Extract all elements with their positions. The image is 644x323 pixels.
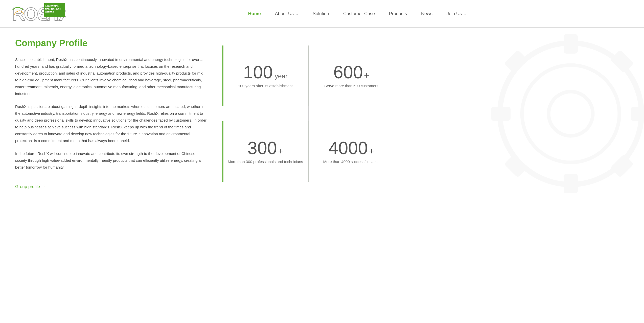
- svg-text:INDUSTRIAL: INDUSTRIAL: [45, 5, 59, 7]
- stats-section: 100 year 100 years after its establishme…: [222, 38, 394, 189]
- stat-customers-label: Serve more than 600 customers: [324, 84, 378, 88]
- nav-item-home[interactable]: Home: [241, 11, 268, 16]
- svg-point-7: [500, 43, 641, 184]
- nav-item-about[interactable]: About Us ⌄: [268, 11, 306, 16]
- section-title: Company Profile: [15, 38, 207, 49]
- svg-text:TECHNOLOGY: TECHNOLOGY: [45, 8, 61, 10]
- paragraph-1: Since its establishment, RoshX has conti…: [15, 56, 207, 97]
- svg-rect-10: [564, 34, 578, 54]
- chevron-down-icon: ⌄: [296, 12, 298, 16]
- stat-professionals: 300 + More than 300 professionals and te…: [222, 114, 308, 190]
- stat-customers-number: 600 +: [333, 63, 369, 81]
- svg-rect-13: [631, 107, 644, 121]
- nav-item-customer-case[interactable]: Customer Case: [336, 11, 382, 16]
- stat-years-label: 100 years after its establishment: [238, 84, 293, 88]
- stat-customers: 600 + Serve more than 600 customers: [308, 38, 394, 114]
- company-profile-section: Company Profile Since its establishment,…: [15, 38, 222, 189]
- svg-point-8: [522, 65, 619, 162]
- stat-cases: 4000 + More than 4000 successful cases: [308, 114, 394, 190]
- svg-rect-17: [610, 154, 634, 178]
- logo-svg: R OS HX INDUSTRIAL TECHNOLOGY LIMITED: [10, 2, 66, 25]
- svg-text:LIMITED: LIMITED: [45, 11, 54, 13]
- nav-item-products[interactable]: Products: [382, 11, 414, 16]
- horizontal-divider: [227, 114, 389, 114]
- nav-item-news[interactable]: News: [414, 11, 440, 16]
- svg-rect-15: [610, 50, 634, 73]
- header: R OS HX INDUSTRIAL TECHNOLOGY LIMITED Ho…: [0, 0, 644, 28]
- group-profile-link[interactable]: Group profile →: [15, 184, 45, 189]
- stat-cases-label: More than 4000 successful cases: [323, 159, 380, 164]
- svg-rect-14: [504, 50, 528, 73]
- stat-years: 100 year 100 years after its establishme…: [222, 38, 308, 114]
- stat-professionals-number: 300 +: [247, 139, 283, 157]
- stat-cases-number: 4000 +: [329, 139, 374, 157]
- logo: R OS HX INDUSTRIAL TECHNOLOGY LIMITED: [10, 2, 66, 25]
- svg-rect-16: [504, 154, 528, 178]
- chevron-down-icon-2: ⌄: [464, 12, 467, 16]
- main-nav: Home About Us ⌄ Solution Customer Case P…: [81, 11, 634, 16]
- svg-rect-12: [491, 107, 511, 121]
- stat-professionals-label: More than 300 professionals and technici…: [228, 159, 303, 164]
- svg-point-9: [549, 91, 593, 136]
- stat-years-number: 100 year: [243, 63, 287, 81]
- bg-watermark: [482, 28, 644, 199]
- svg-rect-11: [564, 174, 578, 193]
- paragraph-3: In the future, RoshX will continue to in…: [15, 150, 207, 171]
- nav-item-solution[interactable]: Solution: [306, 11, 336, 16]
- main-content: Company Profile Since its establishment,…: [0, 28, 644, 199]
- nav-item-join-us[interactable]: Join Us ⌄: [440, 11, 474, 16]
- paragraph-2: RoshX is passionate about gaining in-dep…: [15, 103, 207, 144]
